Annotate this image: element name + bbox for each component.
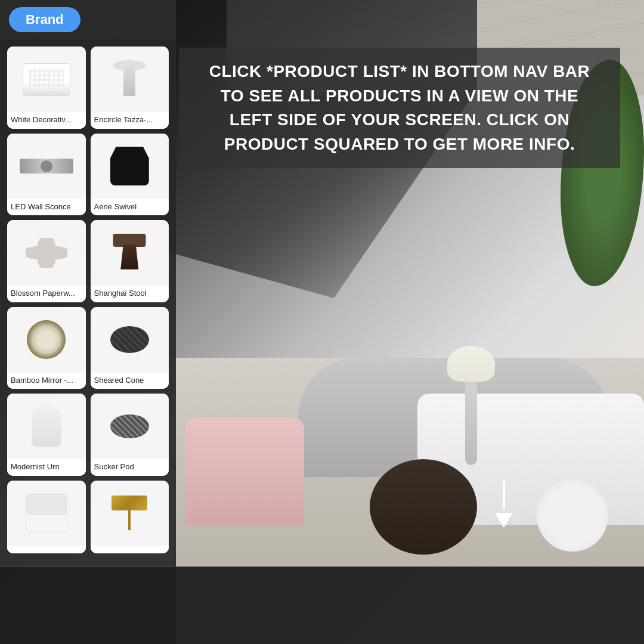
instruction-text: CLICK *PRODUCT LIST* IN BOTTOM NAV BAR T…: [209, 62, 590, 153]
product-item-p1[interactable]: White Decorativ...: [7, 47, 86, 129]
product-name-p1: White Decorativ...: [7, 112, 86, 129]
product-thumb-p2: [91, 47, 169, 112]
bottom-nav: [0, 566, 644, 644]
product-thumb-p10: [91, 394, 169, 459]
sidebar: Brand White Decorativ... Encircle Tazza-…: [0, 0, 176, 644]
product-thumb-p3: [7, 134, 86, 199]
product-thumb-p8: [91, 307, 169, 373]
product-name-p12: [91, 546, 169, 553]
side-table: [537, 480, 608, 552]
product-item-p9[interactable]: Modernist Urn: [7, 394, 86, 476]
product-name-p3: LED Wall Sconce: [7, 199, 86, 216]
product-name-p9: Modernist Urn: [7, 459, 86, 476]
pink-chair: [185, 417, 304, 525]
product-grid: White Decorativ... Encircle Tazza-... LE…: [0, 39, 176, 561]
product-item-p12[interactable]: [91, 481, 169, 553]
product-thumb-p5: [7, 220, 86, 286]
product-name-p11: [7, 546, 86, 553]
arrow-indicator: [489, 480, 519, 528]
product-name-p8: Sheared Cone: [91, 373, 169, 389]
product-item-p7[interactable]: Bamboo Mirror -...: [7, 307, 86, 389]
floor-lamp: [465, 346, 477, 465]
instruction-overlay: CLICK *PRODUCT LIST* IN BOTTOM NAV BAR T…: [179, 48, 620, 168]
product-thumb-p4: [91, 134, 169, 199]
product-item-p11[interactable]: [7, 481, 86, 553]
coffee-table: [370, 459, 477, 555]
sidebar-header: Brand: [0, 0, 176, 39]
product-name-p6: Shanghai Stool: [91, 286, 169, 302]
brand-button[interactable]: Brand: [9, 7, 80, 32]
product-name-p7: Bamboo Mirror -...: [7, 373, 86, 389]
product-name-p10: Sucker Pod: [91, 459, 169, 476]
product-item-p2[interactable]: Encircle Tazza-...: [91, 47, 169, 129]
product-item-p10[interactable]: Sucker Pod: [91, 394, 169, 476]
product-thumb-p1: [7, 47, 86, 112]
product-item-p3[interactable]: LED Wall Sconce: [7, 134, 86, 216]
product-item-p4[interactable]: Aerie Swivel: [91, 134, 169, 216]
product-name-p4: Aerie Swivel: [91, 199, 169, 216]
product-thumb-p11: [7, 481, 86, 546]
product-name-p2: Encircle Tazza-...: [91, 112, 169, 129]
product-name-p5: Blossom Paperw...: [7, 286, 86, 302]
product-thumb-p9: [7, 394, 86, 459]
product-item-p8[interactable]: Sheared Cone: [91, 307, 169, 389]
product-thumb-p12: [91, 481, 169, 546]
product-thumb-p7: [7, 307, 86, 373]
product-thumb-p6: [91, 220, 169, 286]
product-item-p6[interactable]: Shanghai Stool: [91, 220, 169, 302]
product-item-p5[interactable]: Blossom Paperw...: [7, 220, 86, 302]
